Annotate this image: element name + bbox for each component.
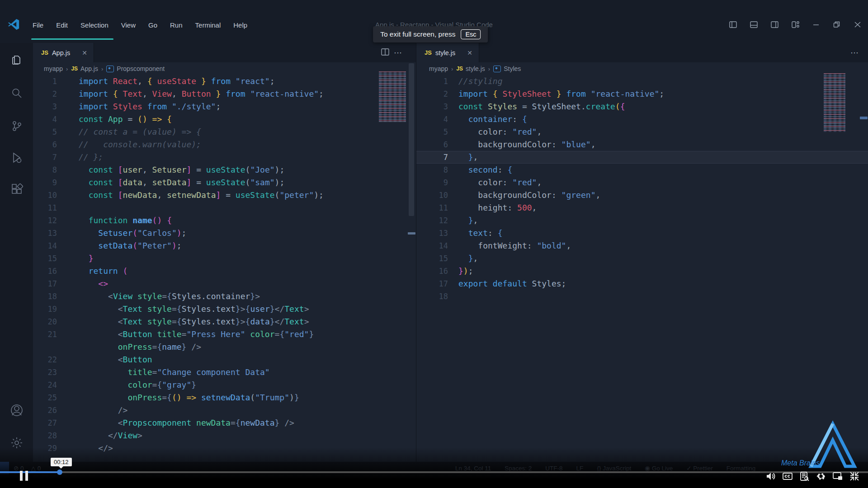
code-text: },: [448, 252, 478, 265]
status-item[interactable]: LF: [576, 465, 584, 472]
line-number: 13: [416, 227, 448, 239]
breadcrumb-item[interactable]: myapp: [429, 65, 448, 72]
code-line: 18: [416, 290, 868, 303]
code-text: color: "red",: [448, 176, 542, 189]
breadcrumb-separator: ›: [451, 66, 453, 72]
toggle-secondary-sidebar-icon[interactable]: [764, 21, 785, 28]
code-text: },: [448, 151, 478, 164]
code-line: 13 Setuser("Carlos");: [33, 227, 416, 239]
line-number: 12: [33, 214, 57, 227]
minimize-button[interactable]: [806, 21, 826, 28]
code-text: color={"gray"}: [57, 379, 196, 391]
code-editor-stylejs[interactable]: 1//styling2import { StyleSheet } from "r…: [416, 75, 868, 303]
code-text: const App = () => {: [57, 113, 172, 126]
minimap[interactable]: [824, 73, 845, 132]
code-line: 15 },: [416, 252, 868, 265]
code-editor-appjs[interactable]: 1import React, { useState } from "react"…: [33, 75, 416, 455]
video-time-tooltip: 00:12: [51, 458, 72, 466]
code-text: import { Text, View, Button } from "reac…: [57, 88, 324, 100]
settings-gear-icon[interactable]: [816, 471, 826, 482]
customize-layout-icon[interactable]: [785, 21, 806, 28]
search-icon[interactable]: [0, 83, 33, 103]
symbol-icon: [493, 66, 501, 72]
split-editor-icon[interactable]: [381, 48, 389, 57]
esc-keycap: Esc: [461, 29, 481, 39]
breadcrumb-item[interactable]: Propscomponent: [117, 65, 165, 72]
code-text: }: [57, 252, 94, 265]
video-progress-knob[interactable]: [57, 469, 62, 475]
code-text: [57, 202, 79, 214]
more-actions-icon[interactable]: ⋯: [846, 48, 863, 58]
code-line: 4const App = () => {: [33, 113, 416, 126]
code-text: text: {: [448, 227, 503, 239]
code-line: 12 function name() {: [33, 214, 416, 227]
run-debug-icon[interactable]: [0, 147, 33, 168]
line-number: 4: [416, 113, 448, 126]
code-text: // const a = (value) => {: [57, 126, 201, 138]
close-tab-icon[interactable]: ✕: [467, 49, 472, 56]
explorer-icon[interactable]: [0, 50, 33, 70]
status-item[interactable]: Formatting: [726, 465, 756, 472]
line-number: 25: [33, 391, 57, 404]
restore-button[interactable]: [826, 21, 847, 28]
line-number: 6: [33, 138, 57, 151]
settings-gear-icon[interactable]: [0, 432, 33, 453]
exit-fullscreen-icon[interactable]: [849, 471, 860, 482]
status-item[interactable]: ◉ Go Live: [645, 465, 673, 472]
line-number: 5: [33, 126, 57, 138]
tab-appjs[interactable]: JS App.js ✕: [33, 43, 94, 62]
toggle-primary-sidebar-icon[interactable]: [722, 21, 743, 28]
scrollbar-slider[interactable]: [409, 63, 414, 216]
status-item[interactable]: △ 0: [31, 465, 41, 472]
breadcrumb-item[interactable]: style.js: [466, 65, 485, 72]
line-number: 4: [33, 113, 57, 126]
code-text: height: 500,: [448, 202, 537, 214]
breadcrumb-item[interactable]: myapp: [44, 65, 63, 72]
extensions-icon[interactable]: [0, 179, 33, 200]
line-number: 29: [33, 442, 57, 455]
line-number: 16: [33, 265, 57, 277]
status-item[interactable]: ✓ Prettier: [686, 465, 713, 472]
breadcrumb[interactable]: myapp›JSApp.js›Propscomponent: [33, 62, 416, 75]
source-control-icon[interactable]: [0, 116, 33, 136]
line-number: 20: [33, 315, 57, 328]
code-line: 22 <Button: [33, 353, 416, 366]
status-item[interactable]: UTF-8: [545, 465, 562, 472]
breadcrumb-item[interactable]: Styles: [504, 65, 521, 72]
code-text: import { StyleSheet } from "react-native…: [448, 88, 664, 100]
editor-actions-left: ⋯: [381, 43, 407, 62]
breadcrumb[interactable]: myapp›JSstyle.js›Styles: [416, 62, 868, 75]
account-icon[interactable]: [0, 400, 33, 421]
status-item[interactable]: Ln 34, Col 11: [455, 465, 491, 472]
code-text: onPress={name} />: [57, 341, 201, 353]
toggle-panel-icon[interactable]: [743, 21, 764, 28]
line-number: 26: [33, 404, 57, 417]
pause-button[interactable]: [19, 471, 29, 481]
miniplayer-icon[interactable]: [832, 471, 843, 482]
line-number: 28: [33, 429, 57, 442]
code-line: 11 height: 500,: [416, 202, 868, 214]
code-text: </>: [57, 442, 113, 455]
code-text: </View>: [57, 429, 142, 442]
line-number: 9: [33, 176, 57, 189]
breadcrumb-item[interactable]: App.js: [80, 65, 98, 72]
status-item[interactable]: Spaces: 2: [505, 465, 532, 472]
more-actions-icon[interactable]: ⋯: [389, 48, 407, 58]
code-line: 14 setData("Peter");: [33, 239, 416, 252]
code-text: container: {: [448, 113, 527, 126]
code-text: <Text style={Styles.text}>{user}</Text>: [57, 303, 309, 315]
volume-icon[interactable]: [765, 471, 776, 482]
close-window-button[interactable]: [847, 21, 868, 28]
status-item[interactable]: {} JavaScript: [597, 465, 631, 472]
code-line: 10 const [newData, setnewData] = useStat…: [33, 189, 416, 202]
transcript-icon[interactable]: [799, 471, 810, 482]
activity-bar: [0, 43, 33, 488]
minimap[interactable]: [379, 71, 406, 122]
close-tab-icon[interactable]: ✕: [82, 49, 87, 56]
line-number: 7: [33, 151, 57, 164]
tab-stylejs[interactable]: JS style.js ✕: [416, 43, 479, 62]
video-progress-bar[interactable]: [0, 471, 868, 473]
code-line: 17export default Styles;: [416, 277, 868, 290]
captions-icon[interactable]: [782, 471, 793, 482]
code-line: 27 <Propscomponent newData={newData} />: [33, 417, 416, 429]
